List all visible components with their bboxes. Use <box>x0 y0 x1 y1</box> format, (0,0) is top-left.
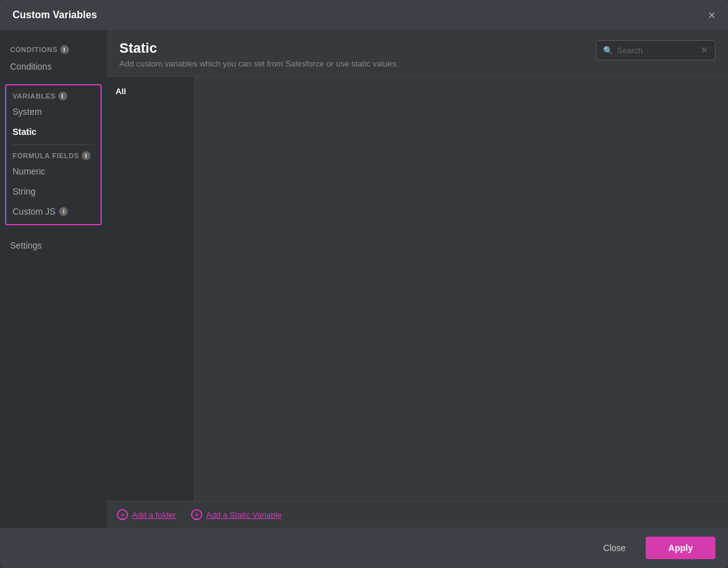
search-icon: 🔍 <box>603 46 613 55</box>
add-folder-link[interactable]: + Add a folder <box>117 509 176 520</box>
add-static-variable-link[interactable]: + Add a Static Variable <box>191 509 281 520</box>
modal-body: CONDITIONS i Conditions VARIABLES i Syst… <box>0 30 728 528</box>
search-input[interactable] <box>617 46 697 55</box>
close-button[interactable]: Close <box>590 538 638 558</box>
sidebar-item-conditions[interactable]: Conditions <box>0 56 107 77</box>
apply-button[interactable]: Apply <box>646 537 715 559</box>
custom-variables-modal: Custom Variables × CONDITIONS i Conditio… <box>0 0 728 568</box>
main-subtitle: Add custom variables which you can set f… <box>119 59 398 68</box>
variables-section-label: VARIABLES i <box>6 88 101 102</box>
sidebar: CONDITIONS i Conditions VARIABLES i Syst… <box>0 30 107 528</box>
search-box: 🔍 ✕ <box>596 40 715 60</box>
sidebar-item-static[interactable]: Static <box>6 122 101 142</box>
main-title-area: Static Add custom variables which you ca… <box>119 40 398 68</box>
search-clear-icon[interactable]: ✕ <box>700 45 709 56</box>
main-footer: + Add a folder + Add a Static Variable <box>107 501 728 528</box>
conditions-section-label: CONDITIONS i <box>0 40 107 56</box>
sidebar-item-string[interactable]: String <box>6 181 101 201</box>
modal-footer: Close Apply <box>0 528 728 568</box>
folder-panel: All <box>107 77 195 501</box>
sidebar-item-system[interactable]: System <box>6 102 101 122</box>
content-area: All <box>107 76 728 501</box>
conditions-info-icon[interactable]: i <box>60 45 69 54</box>
main-header: Static Add custom variables which you ca… <box>107 30 728 76</box>
sidebar-item-numeric[interactable]: Numeric <box>6 161 101 181</box>
formula-fields-info-icon[interactable]: i <box>82 151 90 160</box>
modal-close-button[interactable]: × <box>708 9 715 21</box>
main-title: Static <box>119 40 398 56</box>
modal-title: Custom Variables <box>13 9 97 21</box>
variable-content <box>195 77 728 501</box>
modal-header: Custom Variables × <box>0 0 728 30</box>
variables-info-icon[interactable]: i <box>58 92 67 100</box>
add-folder-icon: + <box>117 509 128 520</box>
formula-fields-section-label: FORMULA FIELDS i <box>6 147 101 161</box>
custom-js-info-icon[interactable]: i <box>59 207 68 216</box>
main-content: Static Add custom variables which you ca… <box>107 30 728 528</box>
sidebar-item-settings[interactable]: Settings <box>0 235 107 255</box>
sidebar-item-custom-js[interactable]: Custom JS i <box>6 201 101 222</box>
folder-item-all[interactable]: All <box>107 82 194 101</box>
variables-box: VARIABLES i System Static FORMULA FIELDS… <box>5 84 102 225</box>
sidebar-divider <box>13 144 94 145</box>
add-static-icon: + <box>191 509 202 520</box>
